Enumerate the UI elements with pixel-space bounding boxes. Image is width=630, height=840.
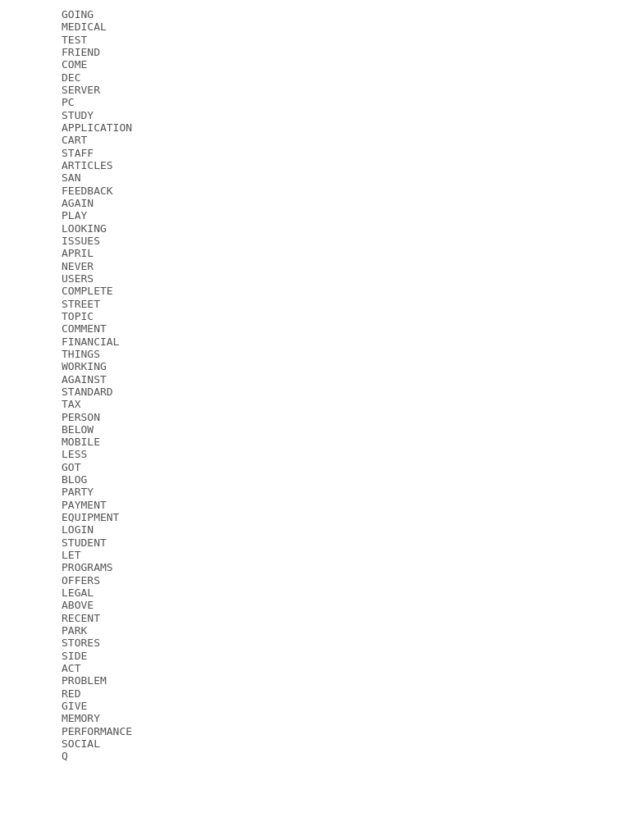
list-item: PARK xyxy=(62,624,568,637)
list-item: FINANCIAL xyxy=(62,336,568,348)
list-item: LOGIN xyxy=(62,523,568,536)
list-item: APPLICATION xyxy=(62,121,568,134)
list-item: THINGS xyxy=(62,348,568,360)
list-item: AGAIN xyxy=(62,197,568,209)
list-item: LOOKING xyxy=(62,222,568,235)
list-item: EQUIPMENT xyxy=(62,511,568,523)
list-item: AGAINST xyxy=(62,373,568,386)
list-item: RED xyxy=(62,687,568,700)
list-item: ACT xyxy=(62,662,568,674)
list-item: COMPLETE xyxy=(62,285,568,297)
word-list: GOINGMEDICALTESTFRIENDCOMEDECSERVERPCSTU… xyxy=(62,8,568,763)
list-item: CART xyxy=(62,134,568,146)
list-item: PROBLEM xyxy=(62,674,568,687)
list-item: WORKING xyxy=(62,360,568,372)
list-item: SOCIAL xyxy=(62,737,568,750)
list-item: STREET xyxy=(62,298,568,310)
list-item: SIDE xyxy=(62,650,568,662)
list-item: DEC xyxy=(62,71,568,84)
list-item: LESS xyxy=(62,448,568,460)
list-item: GIVE xyxy=(62,700,568,712)
list-item: PERSON xyxy=(62,411,568,423)
list-item: FEEDBACK xyxy=(62,185,568,197)
list-item: ARTICLES xyxy=(62,159,568,171)
list-item: ABOVE xyxy=(62,599,568,611)
list-item: STUDENT xyxy=(62,536,568,549)
list-item: PLAY xyxy=(62,209,568,221)
list-item: PERFORMANCE xyxy=(62,725,568,737)
list-item: SAN xyxy=(62,171,568,184)
list-item: PROGRAMS xyxy=(62,561,568,573)
list-item: Q xyxy=(62,750,568,762)
list-item: APRIL xyxy=(62,247,568,259)
list-item: PAYMENT xyxy=(62,499,568,511)
list-item: BELOW xyxy=(62,423,568,436)
list-item: PC xyxy=(62,96,568,108)
list-item: MEMORY xyxy=(62,712,568,724)
list-item: ISSUES xyxy=(62,235,568,247)
list-item: MEDICAL xyxy=(62,21,568,33)
list-item: PARTY xyxy=(62,486,568,498)
list-item: LEGAL xyxy=(62,587,568,599)
list-item: STAFF xyxy=(62,147,568,159)
list-item: COME xyxy=(62,58,568,71)
list-item: TAX xyxy=(62,398,568,410)
list-item: GOT xyxy=(62,461,568,473)
list-item: STANDARD xyxy=(62,386,568,398)
list-item: SERVER xyxy=(62,84,568,96)
list-item: FRIEND xyxy=(62,46,568,58)
list-item: COMMENT xyxy=(62,322,568,335)
list-item: OFFERS xyxy=(62,574,568,587)
list-item: STUDY xyxy=(62,109,568,121)
list-item: GOING xyxy=(62,8,568,21)
list-item: LET xyxy=(62,549,568,561)
list-item: MOBILE xyxy=(62,436,568,448)
list-item: STORES xyxy=(62,637,568,649)
list-item: USERS xyxy=(62,272,568,285)
list-item: TOPIC xyxy=(62,310,568,322)
list-item: TEST xyxy=(62,34,568,46)
list-item: BLOG xyxy=(62,473,568,486)
list-item: NEVER xyxy=(62,260,568,272)
list-item: RECENT xyxy=(62,612,568,624)
